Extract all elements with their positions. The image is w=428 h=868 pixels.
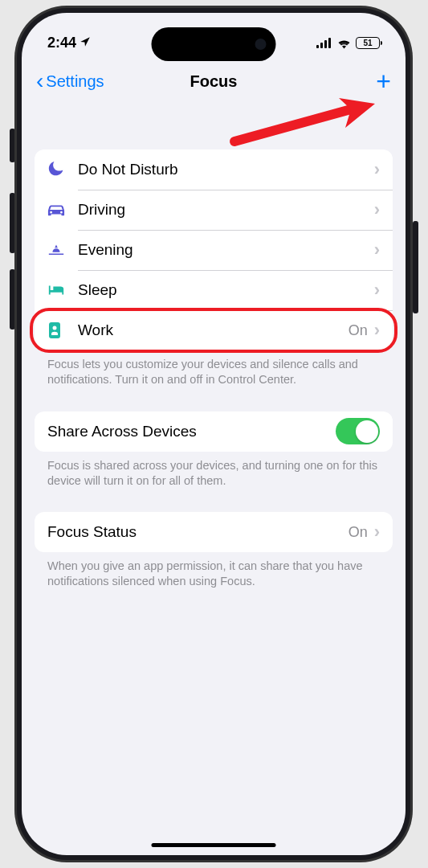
share-section: Share Across Devices: [35, 411, 393, 452]
chevron-right-icon: ›: [374, 280, 380, 301]
focus-modes-list: Do Not Disturb › Driving › Evening ›: [35, 149, 393, 350]
focus-status-footer: When you give an app permission, it can …: [35, 552, 393, 589]
status-time: 2:44: [47, 35, 76, 51]
focus-mode-work[interactable]: Work On ›: [35, 310, 393, 350]
badge-icon: [47, 321, 70, 339]
svg-point-5: [53, 326, 57, 330]
svg-rect-0: [316, 45, 319, 48]
nav-bar: ‹ Settings Focus +: [22, 61, 406, 101]
bed-icon: [47, 284, 70, 297]
focus-modes-footer: Focus lets you customize your devices an…: [35, 350, 393, 387]
chevron-right-icon: ›: [374, 522, 380, 542]
cellular-signal-icon: [316, 38, 332, 48]
focus-mode-value: On: [349, 322, 368, 339]
home-indicator[interactable]: [152, 843, 276, 847]
share-toggle[interactable]: [336, 418, 380, 444]
focus-mode-sleep[interactable]: Sleep ›: [35, 270, 393, 310]
focus-mode-label: Do Not Disturb: [78, 161, 374, 178]
chevron-right-icon: ›: [374, 199, 380, 220]
share-footer: Focus is shared across your devices, and…: [35, 452, 393, 489]
focus-status-label: Focus Status: [47, 523, 349, 541]
chevron-right-icon: ›: [374, 320, 380, 341]
focus-mode-do-not-disturb[interactable]: Do Not Disturb ›: [35, 149, 393, 190]
screen: 2:44: [22, 13, 406, 855]
add-button[interactable]: +: [376, 68, 391, 94]
wifi-icon: [336, 38, 352, 49]
focus-status-row[interactable]: Focus Status On ›: [35, 512, 393, 552]
focus-mode-label: Sleep: [78, 281, 374, 299]
svg-rect-4: [49, 322, 60, 338]
page-title: Focus: [190, 72, 238, 91]
chevron-right-icon: ›: [374, 240, 380, 260]
svg-rect-3: [328, 38, 331, 48]
focus-mode-label: Work: [78, 321, 349, 339]
focus-status-section: Focus Status On ›: [35, 512, 393, 552]
phone-frame: 2:44: [17, 8, 410, 860]
svg-rect-1: [320, 43, 323, 48]
battery-percent: 51: [363, 39, 372, 47]
focus-mode-evening[interactable]: Evening ›: [35, 230, 393, 270]
share-label: Share Across Devices: [47, 423, 197, 440]
share-across-devices-row: Share Across Devices: [35, 411, 393, 452]
sunset-icon: [47, 243, 70, 257]
focus-mode-label: Driving: [78, 201, 374, 219]
svg-rect-2: [324, 40, 327, 48]
focus-mode-label: Evening: [78, 241, 374, 259]
plus-icon: +: [376, 67, 391, 96]
focus-status-value: On: [349, 524, 368, 541]
car-icon: [47, 202, 70, 218]
focus-mode-driving[interactable]: Driving ›: [35, 190, 393, 230]
chevron-left-icon: ‹: [36, 70, 43, 92]
back-button[interactable]: ‹ Settings: [36, 70, 104, 92]
back-label: Settings: [46, 72, 104, 91]
location-arrow-icon: [79, 36, 91, 50]
battery-icon: 51: [356, 37, 380, 49]
dynamic-island: [152, 27, 276, 61]
chevron-right-icon: ›: [374, 159, 380, 180]
moon-icon: [47, 161, 70, 178]
